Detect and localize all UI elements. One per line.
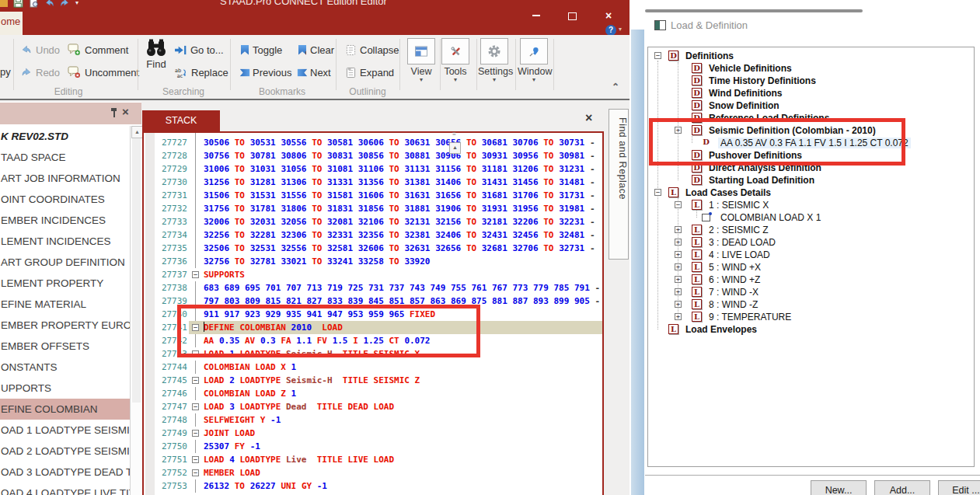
fold-collapse-icon[interactable]: − — [190, 466, 203, 479]
tree-expander[interactable]: + — [675, 226, 682, 233]
minimize-button[interactable] — [532, 15, 540, 16]
qat-dropdown-icon[interactable]: ▾ — [75, 0, 78, 6]
find-replace-side-tab[interactable]: Find and Replace — [609, 109, 629, 260]
code-line[interactable]: 2773231756 TO 31781 31806 TO 31831 31856… — [144, 202, 602, 215]
tree-item-label[interactable]: Time History Definitions — [706, 75, 818, 86]
code-line[interactable]: 2773532506 TO 32531 32556 TO 32581 32606… — [144, 242, 602, 255]
fold-collapse-icon[interactable]: − — [190, 427, 203, 440]
tree-item-label[interactable]: Wind Definitions — [706, 88, 785, 99]
code-line[interactable]: 27747−LOAD 3 LOADTYPE Dead TITLE DEAD LO… — [144, 400, 602, 413]
tree-item-label[interactable]: Snow Definition — [706, 100, 782, 111]
tree-expander[interactable]: + — [675, 301, 682, 308]
splitter-grip-icon[interactable]: ≡ — [449, 133, 459, 141]
sidebar-item[interactable]: TAAD SPACE — [0, 147, 131, 168]
tree-item-label[interactable]: 8 : WIND -Z — [706, 299, 760, 310]
code-line[interactable]: 2772830756 TO 30781 30806 TO 30831 30856… — [144, 149, 602, 162]
code-line[interactable]: 27748SELFWEIGHT Y -1 — [144, 413, 602, 427]
goto-button[interactable]: Go to... — [174, 42, 224, 58]
editor-close-icon[interactable]: × — [585, 111, 592, 125]
save-icon[interactable] — [13, 0, 23, 8]
undo-quick-icon[interactable] — [44, 0, 54, 8]
sidebar-close-icon[interactable]: × — [122, 105, 129, 118]
tree-item[interactable]: +L2 : SEISMIC Z — [647, 224, 974, 236]
fold-collapse-icon[interactable]: − — [190, 268, 203, 281]
code-line[interactable]: 2773632756 TO 32781 33021 TO 33241 33258… — [144, 255, 602, 268]
sidebar-item[interactable]: EMBER INCIDENCES — [0, 210, 131, 231]
code-line[interactable]: 27737−SUPPORTS — [144, 268, 602, 281]
tree-item[interactable]: +L7 : WIND -X — [647, 286, 974, 298]
sidebar-item[interactable]: OAD 2 LOADTYPE SEISMIC-H TIT — [0, 441, 131, 462]
expand-button[interactable]: Expand — [346, 64, 394, 80]
tree-item[interactable]: DStarting Load Definition — [647, 174, 974, 186]
sidebar-item[interactable]: ART GROUP DEFINITION — [0, 252, 131, 273]
tree-item[interactable]: −DDefinitions — [647, 50, 974, 62]
find-button[interactable]: Find — [143, 38, 169, 70]
fold-collapse-icon[interactable]: − — [190, 400, 203, 413]
code-line[interactable]: 2772730506 TO 30531 30556 TO 30581 30606… — [144, 136, 602, 149]
tree-item[interactable]: DTime History Definitions — [647, 75, 974, 87]
tree-item[interactable]: −L1 : SEISMIC X — [647, 199, 974, 211]
tab-home[interactable]: ome — [0, 12, 23, 35]
previous-bookmark-button[interactable]: Previous — [241, 64, 292, 80]
pin-icon[interactable] — [109, 107, 120, 120]
tree-expander[interactable]: + — [675, 263, 682, 270]
sidebar-item[interactable]: UPPORTS — [0, 378, 131, 399]
window-menu-button[interactable]: Window▾ — [518, 38, 550, 83]
tree-item[interactable]: DWind Definitions — [647, 87, 974, 99]
tree-expander[interactable]: − — [654, 189, 661, 196]
tree-item[interactable]: LLoad Envelopes — [647, 323, 974, 336]
scroll-up-icon[interactable]: ▲ — [449, 142, 461, 154]
add-button[interactable]: Add... — [874, 480, 930, 495]
tree-item-label[interactable]: 1 : SEISMIC X — [706, 200, 771, 211]
code-line[interactable]: 27751−LOAD 4 LOADTYPE Live TITLE LIVE LO… — [144, 453, 602, 466]
close-button[interactable]: × — [605, 9, 612, 22]
sidebar-item[interactable]: EMBER PROPERTY EUROPEAN — [0, 315, 131, 336]
new-button[interactable]: New... — [811, 480, 867, 495]
tree-item-label[interactable]: COLOMBIAN LOAD X 1 — [718, 212, 823, 223]
tree-item[interactable]: +L3 : DEAD LOAD — [647, 236, 974, 249]
tree-item-label[interactable]: 7 : WIND -X — [706, 287, 761, 298]
maximize-button[interactable] — [568, 12, 577, 20]
redo-button[interactable]: Redo — [21, 64, 60, 80]
clear-bookmark-button[interactable]: ✗Clear — [298, 42, 334, 58]
redo-quick-icon[interactable] — [60, 0, 70, 8]
sidebar-item[interactable]: ART JOB INFORMATION — [0, 168, 131, 189]
code-line[interactable]: 2775326132 TO 26227 UNI GY -1 — [144, 479, 602, 493]
tree-item[interactable]: +L8 : WIND -Z — [647, 298, 974, 311]
tree-item[interactable]: DSnow Definition — [647, 99, 974, 112]
sidebar-item[interactable]: EFINE MATERIAL — [0, 294, 131, 315]
sidebar-item[interactable]: ONSTANTS — [0, 357, 131, 378]
code-line[interactable]: 27749−JOINT LOAD — [144, 427, 602, 440]
tree-item-label[interactable]: 2 : SEISMIC Z — [706, 225, 771, 235]
scroll-up-icon[interactable]: ▲ — [131, 126, 143, 138]
code-line[interactable]: 2773031256 TO 31281 31306 TO 31331 31356… — [144, 176, 602, 189]
code-line[interactable]: 27744COLOMBIAN LOAD X 1 — [144, 361, 602, 374]
tree-item[interactable]: +L4 : LIVE LOAD — [647, 249, 974, 261]
help-dropdown-icon[interactable]: ▾ — [619, 26, 622, 33]
next-bookmark-button[interactable]: Next — [298, 64, 331, 80]
new-file-icon[interactable] — [0, 0, 8, 7]
tree-item-label[interactable]: 5 : WIND +X — [706, 262, 763, 273]
sidebar-scrollbar[interactable]: ▲ — [130, 126, 142, 495]
tree-item[interactable]: +L6 : WIND +Z — [647, 274, 974, 286]
undo-button[interactable]: Undo — [21, 42, 60, 58]
sidebar-item[interactable]: OINT COORDINATES — [0, 189, 131, 210]
print-preview-icon[interactable] — [29, 0, 39, 8]
sidebar-item[interactable]: OAD 1 LOADTYPE SEISMIC-H TIT — [0, 420, 131, 441]
sidebar-item[interactable]: LEMENT PROPERTY — [0, 273, 131, 294]
sidebar-item[interactable]: OAD 4 LOADTYPE LIVE TITLE LIV — [0, 483, 131, 495]
code-line[interactable]: 2773332006 TO 32031 32056 TO 32081 32106… — [144, 215, 602, 228]
code-line[interactable]: 27752−MEMBER LOAD — [144, 466, 602, 479]
sidebar-item[interactable]: OAD 3 LOADTYPE DEAD TITLE D — [0, 462, 131, 483]
help-icon[interactable]: ? — [605, 25, 616, 36]
code-line[interactable]: 2773432256 TO 32281 32306 TO 32331 32356… — [144, 228, 602, 242]
tree-item-label[interactable]: 4 : LIVE LOAD — [706, 249, 772, 260]
fold-collapse-icon[interactable]: − — [190, 453, 203, 466]
tree-expander[interactable]: + — [675, 239, 682, 246]
tree-item-label[interactable]: 6 : WIND +Z — [706, 274, 762, 285]
code-line[interactable]: 27738683 689 695 701 707 713 719 725 731… — [144, 281, 602, 295]
toggle-bookmark-button[interactable]: Toggle — [241, 42, 282, 58]
tree-item-label[interactable]: 9 : TEMPERATURE — [706, 312, 793, 322]
sidebar-item[interactable]: K REV02.STD — [0, 126, 131, 147]
edit-button[interactable]: Edit ... — [938, 480, 980, 495]
